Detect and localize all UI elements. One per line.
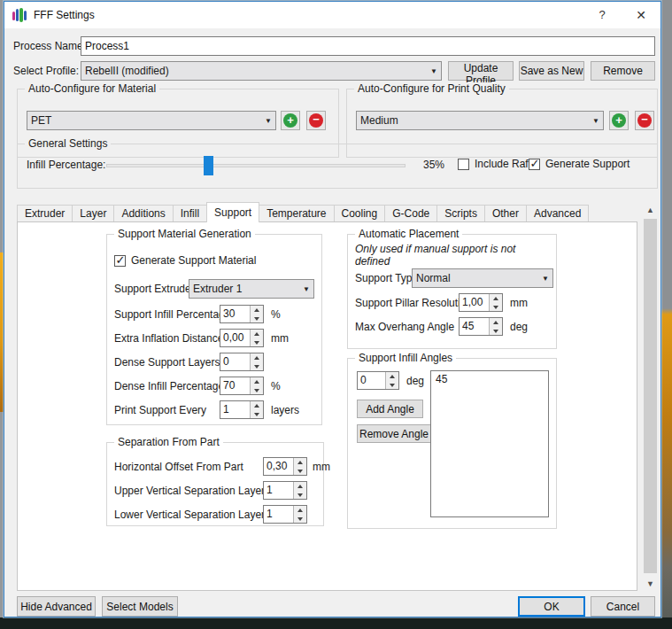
close-icon[interactable]: ✕: [623, 2, 659, 28]
tab-scripts[interactable]: Scripts: [436, 205, 485, 222]
max-overhang-spinner[interactable]: 45: [459, 317, 503, 336]
plus-circle-icon: +: [612, 113, 626, 128]
extra-inflation-distance-spinner[interactable]: 0,00: [220, 329, 264, 347]
tab-gcode[interactable]: G-Code: [384, 205, 437, 222]
support-type-label: Support Type: [355, 272, 418, 284]
print-support-every-spinner[interactable]: 1: [220, 400, 264, 419]
spinner-arrows-icon[interactable]: [385, 372, 398, 389]
material-value: PET: [31, 114, 261, 127]
spinner-value: 1: [220, 401, 250, 418]
chevron-down-icon: ▼: [299, 285, 310, 293]
scroll-down-icon[interactable]: ▼: [643, 577, 658, 591]
cancel-button[interactable]: Cancel: [591, 596, 655, 617]
remove-profile-button[interactable]: Remove: [591, 61, 655, 81]
update-profile-button[interactable]: Update Profile: [448, 61, 514, 81]
select-models-button[interactable]: Select Models: [102, 596, 178, 617]
spinner-value: 70: [220, 377, 250, 394]
include-raft-checkbox[interactable]: [458, 159, 469, 170]
quality-select[interactable]: Medium ▼: [356, 111, 604, 130]
desktop-taskbar-strip: [0, 617, 672, 629]
dense-support-layers-spinner[interactable]: 0: [220, 353, 264, 371]
ok-button[interactable]: OK: [518, 596, 585, 617]
tab-layer[interactable]: Layer: [72, 205, 114, 222]
tab-temperature[interactable]: Temperature: [259, 205, 334, 222]
spinner-arrows-icon[interactable]: [293, 506, 306, 523]
process-name-input[interactable]: [81, 36, 655, 56]
spinner-arrows-icon[interactable]: [250, 306, 263, 322]
support-extruder-select[interactable]: Extruder 1 ▼: [189, 279, 314, 299]
extra-inflation-distance-label: Extra Inflation Distance: [114, 332, 223, 345]
auto-material-title: Auto-Configure for Material: [25, 82, 159, 95]
panel-scrollbar[interactable]: ▲ ▼: [643, 203, 658, 591]
auto-quality-title: Auto-Configure for Print Quality: [354, 82, 509, 95]
lower-separation-spinner[interactable]: 1: [263, 505, 307, 524]
angle-list[interactable]: 45: [430, 370, 549, 517]
spinner-value: 0: [358, 372, 385, 389]
remove-material-button[interactable]: −: [306, 111, 326, 130]
unit-label: %: [271, 380, 281, 392]
generate-support-checkbox[interactable]: [529, 159, 540, 170]
angle-list-item[interactable]: 45: [431, 371, 548, 387]
unit-label: layers: [271, 404, 299, 416]
spinner-arrows-icon[interactable]: [293, 482, 306, 499]
generate-support-material-label: Generate Support Material: [131, 254, 256, 267]
support-extruder-value: Extruder 1: [193, 283, 299, 295]
tab-additions[interactable]: Additions: [113, 205, 173, 222]
general-settings-title: General Settings: [25, 137, 111, 150]
support-material-title: Support Material Generation: [114, 228, 255, 240]
support-type-select[interactable]: Normal ▼: [412, 268, 553, 288]
scroll-up-icon[interactable]: ▲: [643, 203, 658, 217]
dense-infill-percentage-spinner[interactable]: 70: [220, 377, 264, 395]
support-infill-angles-title: Support Infill Angles: [355, 352, 456, 364]
pillar-resolution-spinner[interactable]: 1,00: [459, 293, 503, 312]
support-infill-percentage-spinner[interactable]: 30: [220, 305, 264, 323]
generate-support-material-option[interactable]: Generate Support Material: [114, 251, 318, 270]
spinner-arrows-icon[interactable]: [489, 318, 502, 335]
chevron-down-icon: ▼: [261, 117, 272, 125]
general-settings-group: General Settings Infill Percentage: 35% …: [17, 144, 658, 189]
desktop-background-right: [660, 0, 672, 629]
title-bar[interactable]: FFF Settings ? ✕: [4, 2, 660, 28]
minus-circle-icon: −: [637, 113, 652, 128]
automatic-placement-title: Automatic Placement: [355, 228, 462, 240]
profile-select[interactable]: RebelII (modified) ▼: [81, 61, 442, 81]
include-raft-option[interactable]: Include Raft: [458, 158, 531, 170]
tab-support[interactable]: Support: [206, 202, 259, 222]
angle-spinner[interactable]: 0: [357, 371, 399, 390]
horizontal-offset-label: Horizontal Offset From Part: [114, 461, 243, 473]
tab-extruder[interactable]: Extruder: [17, 205, 73, 222]
save-as-new-button[interactable]: Save as New: [519, 61, 584, 81]
upper-separation-spinner[interactable]: 1: [263, 481, 307, 500]
spinner-arrows-icon[interactable]: [250, 401, 263, 418]
horizontal-offset-spinner[interactable]: 0,30: [263, 457, 307, 476]
spinner-arrows-icon[interactable]: [250, 330, 263, 346]
remove-quality-button[interactable]: −: [635, 111, 654, 130]
spinner-arrows-icon[interactable]: [293, 458, 306, 475]
generate-support-material-checkbox[interactable]: [114, 255, 126, 267]
tab-advanced[interactable]: Advanced: [526, 205, 589, 222]
remove-angle-button[interactable]: Remove Angle: [357, 424, 431, 443]
infill-slider-handle[interactable]: [204, 156, 213, 175]
add-quality-button[interactable]: +: [609, 111, 629, 130]
material-select[interactable]: PET ▼: [27, 111, 276, 130]
add-material-button[interactable]: +: [281, 111, 300, 130]
scrollbar-thumb[interactable]: [644, 219, 657, 573]
plus-circle-icon: +: [283, 113, 297, 128]
tab-cooling[interactable]: Cooling: [334, 205, 386, 222]
tab-other[interactable]: Other: [484, 205, 527, 222]
unit-label: mm: [271, 332, 289, 345]
spinner-arrows-icon[interactable]: [489, 294, 502, 311]
spinner-arrows-icon[interactable]: [250, 353, 263, 370]
generate-support-option[interactable]: Generate Support: [529, 158, 630, 170]
hide-advanced-button[interactable]: Hide Advanced: [17, 596, 96, 617]
infill-slider[interactable]: [106, 156, 406, 175]
unit-label: mm: [313, 461, 330, 473]
quality-value: Medium: [360, 114, 589, 127]
spinner-arrows-icon[interactable]: [250, 377, 263, 394]
help-button[interactable]: ?: [584, 2, 620, 28]
tab-infill[interactable]: Infill: [173, 205, 207, 222]
spinner-value: 1: [264, 482, 293, 499]
add-angle-button[interactable]: Add Angle: [357, 400, 423, 418]
fff-settings-dialog: FFF Settings ? ✕ Process Name: Select Pr…: [4, 1, 661, 617]
support-infill-angles-group: Support Infill Angles 0 deg Add Angle Re…: [347, 358, 557, 529]
